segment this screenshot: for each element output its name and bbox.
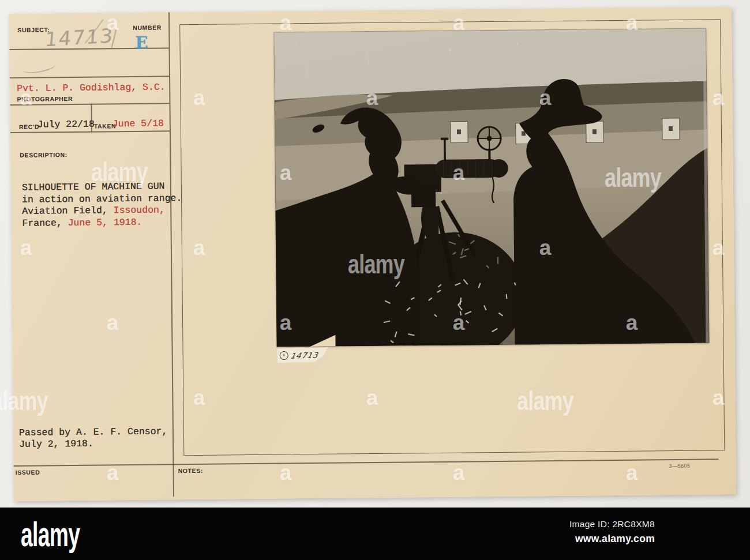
issued-label: ISSUED [16, 469, 40, 476]
number-value-stamp: E [135, 33, 148, 52]
received-value: July 22/18 [38, 119, 95, 130]
description-text-black: France, [22, 217, 68, 229]
censor-note-line2: July 2, 1918. [19, 438, 93, 450]
footer-bar: alamy Image ID: 2RC8XM8 www.alamy.com [0, 508, 750, 560]
description-line: SILHOUETTE OF MACHINE GUN [22, 180, 182, 193]
photo-scene [273, 28, 709, 347]
rule-blank-row [10, 76, 169, 78]
photographer-label: PHOTOGRAPHER [17, 95, 73, 103]
description-line: in action on aviation range. [22, 192, 182, 205]
pencil-scribble [22, 59, 57, 75]
description-text-black: in action on aviation range. [22, 193, 182, 205]
rule-above-issued [13, 458, 718, 466]
description-line: France, June 5, 1918. [22, 216, 182, 229]
description-text-black: Aviation Field, [22, 205, 114, 217]
photo-marking-number: 14713 [290, 350, 319, 360]
alamy-logo: alamy [21, 514, 80, 554]
censor-note-line1: Passed by A. E. F. Censor, [19, 426, 168, 438]
subject-value-pencil: 14713 [44, 24, 114, 51]
footer-info: Image ID: 2RC8XM8 www.alamy.com [569, 519, 655, 545]
page-background: SUBJECT: NUMBER 14713 E Pvt. L. P. Godis… [0, 0, 750, 560]
archive-card: SUBJECT: NUMBER 14713 E Pvt. L. P. Godis… [9, 7, 736, 501]
rule-under-dates [10, 130, 170, 133]
photograph [273, 28, 709, 347]
image-id: Image ID: 2RC8XM8 [569, 519, 655, 529]
description-text-black: SILHOUETTE OF MACHINE GUN [22, 181, 165, 193]
form-number: 3—5605 [669, 463, 691, 469]
website-url: www.alamy.com [569, 533, 655, 545]
photo-sepia-tint [273, 28, 709, 347]
number-label: NUMBER [133, 24, 162, 31]
censor-stamp-icon: ✳ [279, 351, 288, 360]
description-text-red: Issoudon, [114, 204, 165, 216]
column-divider [168, 12, 174, 497]
received-label: REC'D [19, 123, 39, 130]
description-text-red: June 5, 1918. [68, 216, 142, 228]
description-label: DESCRIPTION: [20, 151, 68, 159]
taken-value: June 5/18 [112, 118, 164, 129]
description-lines: SILHOUETTE OF MACHINE GUNin action on av… [22, 180, 182, 229]
photographer-value: Pvt. L. P. Godishlag, S.C. [17, 81, 166, 93]
description-line: Aviation Field, Issoudon, [22, 204, 182, 217]
rule-under-photographer [10, 103, 169, 105]
notes-label: NOTES: [178, 467, 203, 474]
